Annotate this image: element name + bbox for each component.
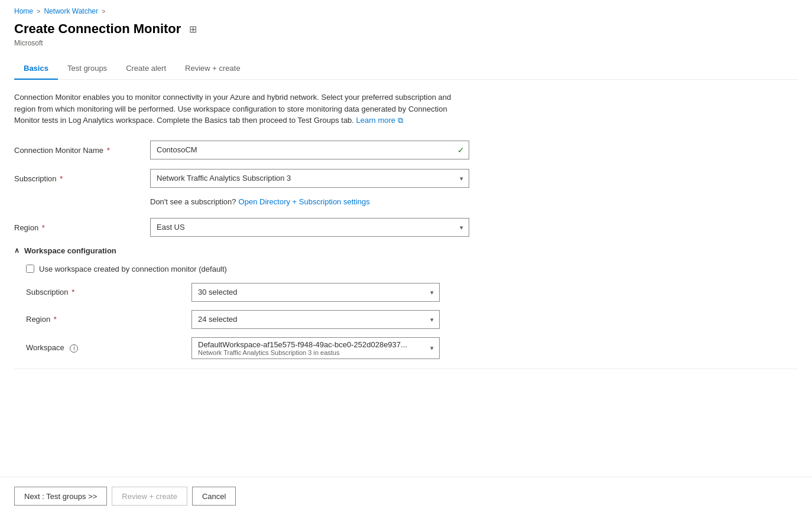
subscription-select-wrapper: Network Traffic Analytics Subscription 3… [150,169,469,188]
breadcrumb-sep1: > [37,8,40,15]
description-text: Connection Monitor enables you to monito… [14,92,463,126]
ws-workspace-sub-text: Network Traffic Analytics Subscription 3… [198,349,420,356]
footer: Next : Test groups >> Review + create Ca… [0,477,812,515]
connection-monitor-name-input-wrapper: ✓ [150,141,469,159]
connection-monitor-name-label: Connection Monitor Name * [14,145,150,155]
breadcrumb-sep2: > [102,8,105,15]
workspace-inner: Use workspace created by connection moni… [14,265,798,359]
collapse-arrow-icon: ∧ [14,246,20,255]
use-default-checkbox-label[interactable]: Use workspace created by connection moni… [39,265,227,273]
ws-region-select[interactable]: 24 selected [191,310,440,329]
form-section: Connection Monitor Name * ✓ Subscription… [14,141,798,369]
learn-more-link[interactable]: Learn more ⧉ [356,116,403,125]
required-star-ws-region: * [54,315,57,324]
ws-subscription-select-wrapper: 30 selected ▾ [191,283,440,302]
help-text: Don't see a subscription? [150,197,236,206]
required-star-region: * [42,223,45,232]
workspace-collapse-header[interactable]: ∧ Workspace configuration [14,246,798,255]
form-divider [14,369,798,369]
ws-workspace-select[interactable]: DefaultWorkspace-af15e575-f948-49ac-bce0… [191,337,440,359]
review-create-button: Review + create [112,487,187,506]
help-row: Don't see a subscription? Open Directory… [14,197,798,206]
valid-check-icon: ✓ [457,145,465,155]
next-test-groups-button[interactable]: Next : Test groups >> [14,487,107,506]
ws-workspace-main-text: DefaultWorkspace-af15e575-f948-49ac-bce0… [198,340,420,349]
feedback-icon-button[interactable]: ⊞ [187,22,199,36]
breadcrumb-home[interactable]: Home [14,7,33,15]
required-star: * [107,146,110,155]
subscription-label: Subscription * [14,173,150,183]
ws-subscription-select[interactable]: 30 selected [191,283,440,302]
use-default-checkbox[interactable] [26,265,34,273]
workspace-section: ∧ Workspace configuration Use workspace … [14,246,798,359]
page-title: Create Connection Monitor [14,21,181,37]
use-default-checkbox-row: Use workspace created by connection moni… [26,265,798,273]
ws-subscription-row: Subscription * 30 selected ▾ [26,283,798,302]
required-star-ws-sub: * [72,288,74,296]
subscription-row: Subscription * Network Traffic Analytics… [14,169,798,188]
ws-subscription-label: Subscription * [26,288,191,296]
ws-region-select-wrapper: 24 selected ▾ [191,310,440,329]
subscription-select[interactable]: Network Traffic Analytics Subscription 3 [150,169,469,188]
ws-workspace-select-wrapper: DefaultWorkspace-af15e575-f948-49ac-bce0… [191,337,440,359]
region-label: Region * [14,222,150,232]
connection-monitor-name-row: Connection Monitor Name * ✓ [14,141,798,159]
workspace-section-title: Workspace configuration [24,246,116,255]
page-header: Create Connection Monitor ⊞ [14,21,798,37]
tab-review-create[interactable]: Review + create [176,58,250,80]
ws-region-label: Region * [26,315,191,324]
breadcrumb: Home > Network Watcher > [14,7,798,15]
ws-workspace-row: Workspace i DefaultWorkspace-af15e575-f9… [26,337,798,359]
ws-region-row: Region * 24 selected ▾ [26,310,798,329]
region-row: Region * East US ▾ [14,218,798,237]
open-directory-link[interactable]: Open Directory + Subscription settings [239,197,370,206]
region-select[interactable]: East US [150,218,469,237]
tab-basics[interactable]: Basics [14,58,58,80]
required-star-sub: * [60,174,63,183]
tab-test-groups[interactable]: Test groups [58,58,116,80]
page-subtitle: Microsoft [14,39,798,47]
tabs-container: Basics Test groups Create alert Review +… [14,58,798,80]
tab-create-alert[interactable]: Create alert [116,58,176,80]
workspace-info-icon: i [70,344,78,353]
cancel-button[interactable]: Cancel [192,487,236,506]
breadcrumb-network-watcher[interactable]: Network Watcher [44,7,98,15]
region-select-wrapper: East US ▾ [150,218,469,237]
connection-monitor-name-input[interactable] [150,141,469,159]
ws-workspace-label: Workspace i [26,343,191,353]
